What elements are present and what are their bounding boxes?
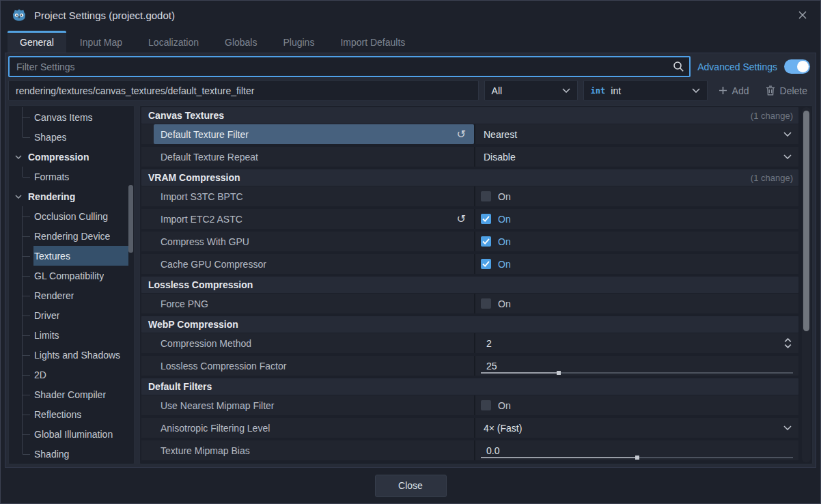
title-bar[interactable]: Project Settings (project.godot) — [1, 1, 820, 29]
sidebar-item-shader-compiler[interactable]: Shader Compiler — [9, 384, 128, 404]
property-label: Cache GPU Compressor — [161, 259, 266, 270]
sidebar-item-label: Shading — [33, 449, 69, 460]
sidebar-item-gl-compatibility[interactable]: GL Compatibility — [9, 266, 128, 285]
sidebar-item-global-illumination[interactable]: Global Illumination — [9, 424, 128, 444]
slider-grabber[interactable] — [557, 371, 561, 375]
sidebar-item-renderer[interactable]: Renderer — [9, 285, 128, 305]
sidebar-item-label: GL Compatibility — [33, 270, 104, 281]
sidebar-item-formats[interactable]: Formats — [9, 167, 128, 186]
value-slider[interactable]: 0.0 — [475, 440, 798, 460]
project-settings-dialog: Project Settings (project.godot) General… — [0, 0, 821, 504]
type-dropdown[interactable]: int int — [583, 80, 708, 101]
tab-general[interactable]: General — [8, 31, 66, 53]
sidebar-item-occlusion-culling[interactable]: Occlusion Culling — [9, 206, 128, 226]
value-dropdown[interactable]: Disable — [475, 147, 798, 167]
tab-input-map[interactable]: Input Map — [68, 31, 135, 53]
sidebar-item-compression[interactable]: Compression — [9, 147, 128, 167]
property-value-cell: Nearest — [475, 124, 798, 144]
sidebar-item-2d[interactable]: 2D — [9, 365, 128, 384]
section-default-filters[interactable]: Default Filters — [141, 378, 798, 395]
property-label-cell[interactable]: Force PNG — [141, 294, 475, 313]
filter-settings-input[interactable] — [8, 56, 691, 77]
property-label: Default Texture Filter — [161, 129, 249, 140]
window-close-icon[interactable] — [796, 8, 809, 22]
sidebar-item-driver[interactable]: Driver — [9, 305, 128, 325]
slider-track[interactable] — [481, 372, 793, 374]
tab-globals[interactable]: Globals — [212, 31, 269, 53]
property-label-cell[interactable]: Import ETC2 ASTC ↺ — [141, 209, 475, 229]
property-label-cell[interactable]: Anisotropic Filtering Level — [141, 418, 475, 438]
tab-plugins[interactable]: Plugins — [270, 31, 326, 53]
property-value-cell: On — [475, 209, 798, 229]
value-checkbox[interactable]: On — [475, 254, 798, 274]
tab-localization[interactable]: Localization — [136, 31, 211, 53]
content-area: Canvas Items Shapes Compression Formats … — [8, 105, 813, 464]
sidebar-item-lights-and-shadows[interactable]: Lights and Shadows — [9, 345, 128, 365]
close-button[interactable]: Close — [375, 475, 447, 497]
sidebar-item-textures[interactable]: Textures — [9, 246, 128, 266]
property-label: Compression Method — [161, 338, 251, 349]
section-canvas-textures[interactable]: Canvas Textures (1 change) — [141, 107, 798, 124]
slider-value: 0.0 — [486, 445, 499, 456]
tab-label: Globals — [225, 37, 257, 48]
sidebar-scrollbar[interactable] — [128, 107, 133, 462]
tree-connector — [16, 384, 33, 404]
filter-row: Advanced Settings — [8, 56, 813, 77]
settings-panel: Advanced Settings All int int Add — [5, 53, 816, 468]
tab-import-defaults[interactable]: Import Defaults — [328, 31, 417, 53]
sidebar-item-canvas-items[interactable]: Canvas Items — [9, 107, 128, 127]
section-vram-compression[interactable]: VRAM Compression (1 change) — [141, 169, 798, 186]
property-label-cell[interactable]: Default Texture Filter ↺ — [141, 124, 475, 144]
value-checkbox[interactable]: On — [475, 395, 798, 415]
slider-track[interactable] — [481, 457, 793, 458]
property-label-cell[interactable]: Lossless Compression Factor — [141, 356, 475, 376]
property-label-cell[interactable]: Default Texture Repeat — [141, 147, 475, 167]
property-label-cell[interactable]: Compress With GPU — [141, 232, 475, 251]
property-value-cell: On — [475, 186, 798, 206]
category-filter-dropdown[interactable]: All — [484, 80, 578, 101]
property-path-input[interactable] — [8, 80, 479, 101]
spinbox-value: 2 — [486, 338, 492, 349]
value-checkbox[interactable]: On — [475, 294, 798, 313]
value-checkbox[interactable]: On — [475, 232, 798, 251]
inspector-scrollbar[interactable] — [802, 107, 811, 462]
tab-label: Localization — [148, 37, 199, 48]
value-checkbox[interactable]: On — [475, 209, 798, 229]
value-dropdown[interactable]: Nearest — [475, 124, 798, 144]
property-label-cell[interactable]: Use Nearest Mipmap Filter — [141, 395, 475, 415]
tab-bar: GeneralInput MapLocalizationGlobalsPlugi… — [1, 29, 820, 53]
value-slider[interactable]: 25 — [475, 356, 798, 376]
change-count-badge: (1 change) — [751, 111, 793, 121]
inspector-scrollbar-thumb[interactable] — [803, 111, 809, 331]
advanced-settings-toggle[interactable] — [784, 59, 810, 74]
sidebar-item-rendering-device[interactable]: Rendering Device — [9, 226, 128, 246]
property-label: Import ETC2 ASTC — [161, 214, 242, 225]
section-lossless-compression[interactable]: Lossless Compression — [141, 277, 798, 293]
property-value-cell: On — [475, 232, 798, 251]
revert-icon[interactable]: ↺ — [457, 214, 474, 225]
property-label-cell[interactable]: Cache GPU Compressor — [141, 254, 475, 274]
value-checkbox[interactable]: On — [475, 186, 798, 206]
value-spinbox[interactable]: 2 — [475, 333, 798, 353]
slider-grabber[interactable] — [635, 456, 639, 460]
sidebar-item-limits[interactable]: Limits — [9, 325, 128, 345]
sidebar-item-rendering[interactable]: Rendering — [9, 186, 128, 206]
revert-icon[interactable]: ↺ — [457, 129, 474, 140]
checkbox-label: On — [498, 214, 511, 225]
add-button[interactable]: Add — [713, 80, 755, 101]
sidebar-item-shading[interactable]: Shading — [9, 444, 128, 464]
advanced-settings-label: Advanced Settings — [697, 61, 777, 72]
sidebar-item-shapes[interactable]: Shapes — [9, 127, 128, 147]
value-dropdown[interactable]: 4× (Fast) — [475, 418, 798, 438]
property-label-cell[interactable]: Texture Mipmap Bias — [141, 440, 475, 460]
chevron-down-icon — [692, 88, 700, 93]
sidebar-scrollbar-thumb[interactable] — [128, 185, 133, 253]
section-webp-compression[interactable]: WebP Compression — [141, 316, 798, 333]
property-label-cell[interactable]: Compression Method — [141, 333, 475, 353]
delete-button[interactable]: Delete — [760, 80, 813, 101]
chevron-down-icon — [783, 154, 792, 159]
sidebar-item-reflections[interactable]: Reflections — [9, 404, 128, 424]
tree-connector — [16, 167, 33, 186]
property-label-cell[interactable]: Import S3TC BPTC — [141, 186, 475, 206]
checkbox-icon — [481, 400, 491, 410]
